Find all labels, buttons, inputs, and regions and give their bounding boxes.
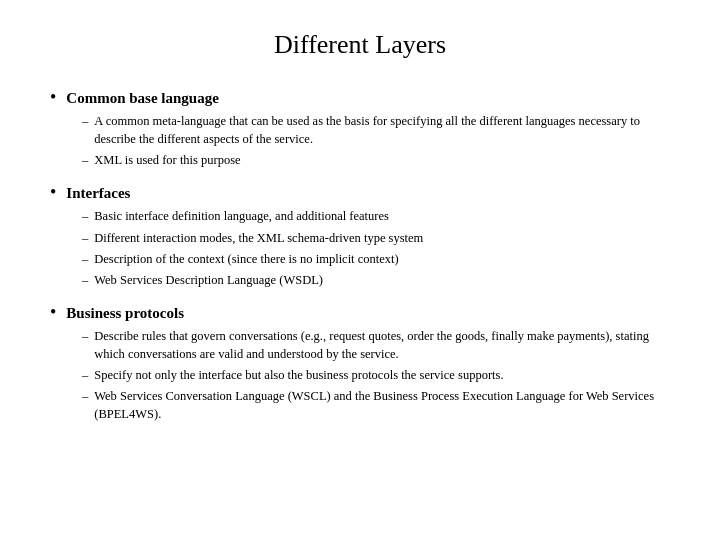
dash-icon: –: [82, 229, 88, 247]
list-item: – Description of the context (since ther…: [82, 250, 670, 268]
sub-text: Basic interface definition language, and…: [94, 207, 670, 225]
sub-text: A common meta-language that can be used …: [94, 112, 670, 148]
sub-items-business-protocols: – Describe rules that govern conversatio…: [82, 327, 670, 424]
heading-common-base: Common base language: [66, 90, 219, 107]
sub-items-common-base: – A common meta-language that can be use…: [82, 112, 670, 169]
sub-text: XML is used for this purpose: [94, 151, 670, 169]
sub-text: Description of the context (since there …: [94, 250, 670, 268]
slide: Different Layers • Common base language …: [0, 0, 720, 540]
bullet-3: •: [50, 303, 56, 321]
list-item: – Basic interface definition language, a…: [82, 207, 670, 225]
section-business-protocols: • Business protocols – Describe rules th…: [50, 303, 670, 424]
heading-business-protocols: Business protocols: [66, 305, 184, 322]
dash-icon: –: [82, 207, 88, 225]
list-item: – Describe rules that govern conversatio…: [82, 327, 670, 363]
slide-title: Different Layers: [50, 30, 670, 60]
list-item: – Web Services Description Language (WSD…: [82, 271, 670, 289]
dash-icon: –: [82, 112, 88, 130]
section-interfaces: • Interfaces – Basic interface definitio…: [50, 183, 670, 289]
list-item: – A common meta-language that can be use…: [82, 112, 670, 148]
list-item: – Different interaction modes, the XML s…: [82, 229, 670, 247]
dash-icon: –: [82, 271, 88, 289]
dash-icon: –: [82, 250, 88, 268]
dash-icon: –: [82, 366, 88, 384]
bullet-2: •: [50, 183, 56, 201]
dash-icon: –: [82, 151, 88, 169]
sub-items-interfaces: – Basic interface definition language, a…: [82, 207, 670, 289]
dash-icon: –: [82, 387, 88, 405]
section-common-base: • Common base language – A common meta-l…: [50, 88, 670, 169]
list-item: – XML is used for this purpose: [82, 151, 670, 169]
sub-text: Specify not only the interface but also …: [94, 366, 670, 384]
bullet-1: •: [50, 88, 56, 106]
sub-text: Describe rules that govern conversations…: [94, 327, 670, 363]
list-item: – Specify not only the interface but als…: [82, 366, 670, 384]
sub-text: Web Services Conversation Language (WSCL…: [94, 387, 670, 423]
sub-text: Different interaction modes, the XML sch…: [94, 229, 670, 247]
list-item: – Web Services Conversation Language (WS…: [82, 387, 670, 423]
sub-text: Web Services Description Language (WSDL): [94, 271, 670, 289]
dash-icon: –: [82, 327, 88, 345]
heading-interfaces: Interfaces: [66, 185, 130, 202]
